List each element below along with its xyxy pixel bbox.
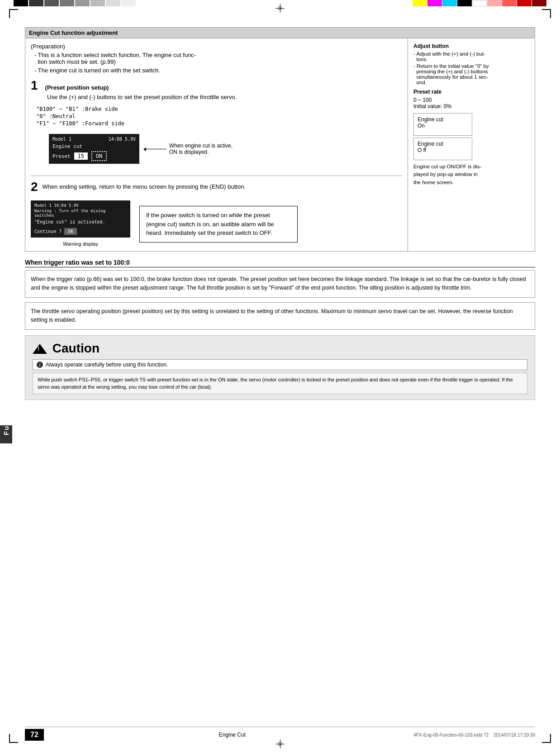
prep-line-2: - The engine cut is turned on with the s…: [34, 67, 402, 74]
ds1-header: Model 1 14:08 5.9V: [52, 137, 136, 142]
warning-label: Warning display: [31, 241, 130, 247]
preparation-title: (Preparation): [31, 43, 402, 50]
code-line-1: "B100" ~ "B1" :Brake side: [36, 106, 402, 112]
ds1-model: Model 1: [52, 137, 71, 142]
reg-marks-top-right: [413, 0, 546, 8]
arrow-line: [144, 149, 166, 149]
section-header: Engine Cut function adjustment: [25, 27, 535, 38]
two-col-layout: (Preparation) - This is a function selec…: [25, 38, 535, 252]
ds2-model: Model 1: [34, 203, 52, 208]
ds2-continue: Continue ?: [34, 229, 62, 234]
reg-block-8: [121, 0, 136, 6]
color-darker-red: [532, 0, 546, 6]
ds2-ok-button[interactable]: OK: [64, 228, 77, 235]
corner-mark-br: [542, 734, 551, 743]
ds2-content: "Engine cut" is activated.: [34, 219, 127, 224]
bullet-icon: i: [37, 362, 43, 368]
color-red: [502, 0, 517, 6]
ds1-row-label: Preset: [52, 153, 71, 159]
color-cyan: [442, 0, 457, 6]
reg-block-4: [60, 0, 74, 6]
warning-notice: If the power switch is turned on while t…: [139, 206, 298, 243]
caution-warning-line: i Always operate carefully before using …: [33, 359, 527, 370]
device1-with-annotation: Model 1 14:08 5.9V Engine cut Preset 15 …: [40, 130, 402, 167]
color-magenta: [427, 0, 442, 6]
reg-marks-top-left: [14, 0, 136, 8]
footer-right-text: 4PX-Eng-08-Function-66-103.indd 72 2014/…: [413, 733, 535, 738]
device-screen-1: Model 1 14:08 5.9V Engine cut Preset 15 …: [49, 134, 139, 164]
preset-initial: Initial value: 0%: [413, 103, 529, 109]
adjust-line-1: - Adjust with the (+) and (-) but- tons.: [413, 51, 529, 62]
engine-cut-on-box: Engine cutOn: [413, 113, 472, 136]
step1-number: 1: [31, 79, 38, 92]
caution-title: Caution: [33, 341, 527, 356]
page-number: 72: [25, 729, 44, 741]
step2-number: 2: [31, 181, 38, 193]
annotation-arrow: When engine cut is active, ON is display…: [144, 143, 242, 155]
adjust-body: - Adjust with the (+) and (-) but- tons.…: [413, 51, 529, 85]
corner-mark-tr: [542, 9, 551, 18]
ds1-time: 14:08 5.9V: [109, 137, 136, 142]
corner-mark-bl: [9, 734, 18, 743]
crosshair-top: [275, 4, 285, 13]
step1-body: Use the (+) and (-) buttons to set the p…: [47, 94, 402, 100]
color-light-red: [487, 0, 502, 6]
ds1-value: 15: [74, 152, 88, 160]
reg-block-2: [29, 0, 43, 6]
adjust-line-2: - Return to the initial value "0" by pre…: [413, 63, 529, 85]
corner-mark-tl: [9, 9, 18, 18]
code-line-3: "F1" ~ "F100" :Forward side: [36, 120, 402, 127]
color-dark-red: [517, 0, 532, 6]
color-black: [457, 0, 472, 6]
device2-wrapper: Model 1 16:04 5.9V Warning : Turn off th…: [31, 197, 130, 247]
preset-title: Preset rate: [413, 89, 529, 95]
divider-1: [31, 176, 402, 176]
footer-date: 2014/07/18 17:20:30: [494, 733, 535, 738]
function-sidebar: Function: [0, 407, 18, 419]
crosshair-bottom: [275, 739, 285, 748]
reg-block-7: [106, 0, 120, 6]
prep-line-1: - This is a function select switch funct…: [34, 52, 402, 65]
ds1-dotted: ON: [91, 151, 107, 161]
caution-section: Caution i Always operate carefully befor…: [25, 335, 535, 400]
reg-block-1: [14, 0, 28, 6]
main-content: Engine Cut function adjustment (Preparat…: [25, 27, 535, 725]
ds2-time: 16:04 5.9V: [54, 203, 78, 208]
reg-block-5: [75, 0, 90, 6]
left-column: (Preparation) - This is a function selec…: [25, 38, 408, 251]
step2-flex: Model 1 16:04 5.9V Warning : Turn off th…: [31, 197, 402, 247]
caution-detail: While push switch PS1–PS5, or trigger sw…: [33, 373, 527, 394]
engine-cut-off-box: Engine cutO ff: [413, 138, 472, 160]
crosshair-circle-bottom: [278, 742, 282, 746]
arrowhead: [143, 148, 146, 151]
caution-title-text: Caution: [52, 341, 100, 355]
ds1-row: Preset 15 ON: [52, 151, 136, 161]
popup-note: Engine cut up ON/OFF is dis-played by po…: [413, 163, 529, 186]
page-footer: 72 Engine Cut 4PX-Eng-08-Function-66-103…: [25, 727, 535, 741]
step1-header: 1 (Preset position setup): [31, 79, 402, 92]
device-screen-2: Model 1 16:04 5.9V Warning : Turn off th…: [31, 200, 130, 238]
code-line-2: "0" :Neutral: [36, 113, 402, 119]
trigger-header: When trigger ratio was set to 100:0: [25, 259, 535, 267]
caution-triangle-icon: [33, 344, 47, 354]
trigger-body-1: When the trigger ratio (p.66) was set to…: [25, 270, 535, 298]
ds2-footer: Continue ? OK: [34, 228, 127, 235]
trigger-body-2: The throttle servo operating position (p…: [25, 302, 535, 330]
adjust-title: Adjust button: [413, 43, 529, 49]
ds2-warning: Warning : Turn off the mixing switches: [34, 209, 127, 218]
footer-file: 4PX-Eng-08-Function-66-103.indd 72: [413, 733, 489, 738]
color-yellow: [413, 0, 427, 6]
right-column: Adjust button - Adjust with the (+) and …: [408, 38, 535, 251]
preset-range: 0 ~ 100: [413, 97, 529, 103]
step2-text: When ending setting, return to the menu …: [43, 181, 246, 190]
ds1-label: Engine cut: [52, 143, 136, 149]
caution-warning-text: Always operate carefully before using th…: [46, 362, 168, 368]
ds2-header: Model 1 16:04 5.9V: [34, 203, 127, 208]
trigger-section: When trigger ratio was set to 100:0 When…: [25, 259, 535, 330]
crosshair-circle-top: [278, 6, 282, 10]
annotation-container: When engine cut is active, ON is display…: [144, 143, 242, 155]
color-white: [472, 0, 487, 6]
reg-block-3: [44, 0, 59, 6]
engine-cut-boxes: Engine cutOn Engine cutO ff: [413, 113, 529, 160]
step2-header: 2 When ending setting, return to the men…: [31, 181, 402, 193]
